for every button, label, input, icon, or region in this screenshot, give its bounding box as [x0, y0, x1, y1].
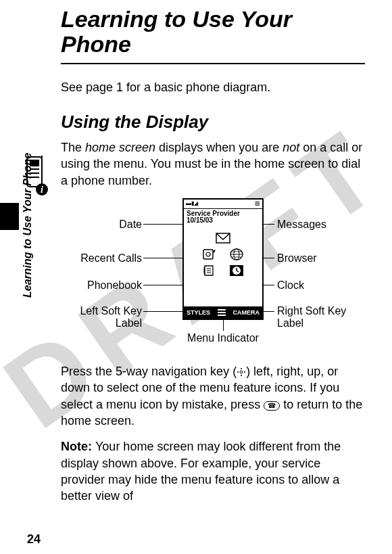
phonebook-icon: [202, 264, 217, 277]
callout-left-softkey: Left Soft Key Label: [61, 305, 142, 329]
svg-point-23: [240, 371, 243, 373]
status-bar: ▬▮◢ ▧: [184, 200, 262, 209]
callout-phonebook: Phonebook: [61, 279, 142, 292]
text-fragment: Label: [277, 317, 303, 329]
note-label: Note:: [61, 440, 95, 453]
svg-point-26: [237, 371, 239, 373]
icon-row-messages: [184, 232, 262, 244]
text-fragment: Press the 5-way navigation key (: [61, 365, 237, 378]
callout-recent-calls: Recent Calls: [61, 252, 142, 264]
section-title: Using the Display: [61, 110, 365, 134]
right-softkey-label: CAMERA: [232, 308, 260, 317]
signal-icon: ▬▮◢: [186, 200, 198, 208]
intro-text: See page 1 for a basic phone diagram.: [61, 79, 365, 95]
callout-menu-indicator: Menu Indicator: [182, 332, 264, 344]
end-key-icon: ☎: [264, 401, 280, 411]
callout-browser: Browser: [277, 252, 317, 264]
title-rule: [61, 63, 365, 64]
svg-rect-9: [203, 250, 213, 259]
text-fragment: Left Soft Key: [80, 305, 142, 317]
callout-clock: Clock: [277, 279, 304, 292]
callout-right-softkey: Right Soft Key Label: [277, 305, 346, 329]
page-number: 24: [27, 531, 41, 547]
emphasis-not: not: [283, 141, 299, 154]
callout-date: Date: [88, 218, 142, 231]
menu-indicator-icon: [218, 309, 226, 316]
icon-row-bottom: [184, 264, 262, 277]
svg-point-27: [244, 371, 245, 373]
lead-line: [143, 224, 182, 225]
softkey-bar: STYLES CAMERA: [184, 306, 262, 319]
paragraph-navigation: Press the 5-way navigation key () left, …: [61, 363, 365, 429]
text-fragment: Right Soft Key: [277, 305, 346, 317]
left-softkey-label: STYLES: [187, 308, 210, 317]
chapter-title: Learning to Use Your Phone: [61, 7, 365, 57]
nav-key-icon: [237, 365, 246, 378]
paragraph-home-screen: The home screen displays when you are no…: [61, 139, 365, 189]
text-fragment: displays when you are: [155, 141, 283, 154]
messages-icon: [216, 232, 230, 244]
callout-messages: Messages: [277, 218, 326, 231]
paragraph-note: Note: Your home screen may look differen…: [61, 438, 365, 504]
lead-line: [143, 311, 182, 312]
battery-icon: ▧: [255, 200, 260, 208]
text-fragment: The: [61, 141, 85, 154]
emphasis-home-screen: home screen: [85, 141, 155, 154]
svg-point-24: [241, 368, 242, 369]
home-screen-diagram: Date Recent Calls Phonebook Left Soft Ke…: [61, 198, 372, 354]
clock-icon: [229, 264, 244, 277]
note-body: Your home screen may look different from…: [61, 440, 341, 503]
browser-icon: [229, 248, 244, 260]
recent-calls-icon: [202, 248, 217, 260]
phone-screen: ▬▮◢ ▧ Service Provider 10/15/03: [182, 198, 264, 320]
text-fragment: Label: [116, 317, 142, 329]
lead-line: [223, 320, 224, 331]
icon-row-middle: [184, 248, 262, 260]
lead-line: [264, 311, 274, 312]
screen-date: 10/15/03: [184, 217, 262, 225]
svg-point-25: [241, 375, 242, 376]
